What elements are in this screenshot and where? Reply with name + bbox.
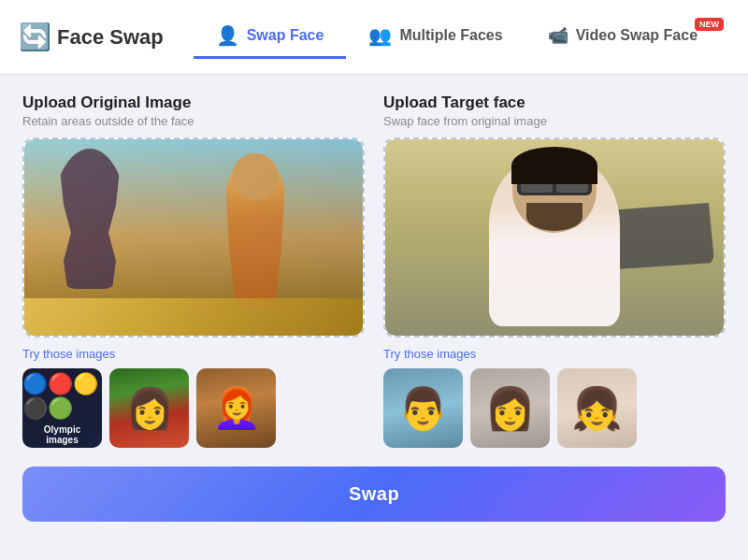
- upload-target-subtitle: Swap face from original image: [383, 114, 726, 128]
- logo-icon: 🔄: [19, 22, 51, 52]
- swap-button[interactable]: Swap: [22, 467, 726, 522]
- upload-target-title: Upload Target face: [383, 93, 726, 112]
- olympic-label: Olympic images: [44, 424, 80, 445]
- video-icon: 📹: [548, 25, 568, 46]
- tab-video-swap-face[interactable]: 📹 Video Swap Face NEW: [525, 16, 727, 58]
- people-icon: 👥: [368, 24, 392, 47]
- main-content: Upload Original Image Retain areas outsi…: [0, 75, 748, 540]
- upload-original-section: Upload Original Image Retain areas outsi…: [22, 93, 365, 448]
- nav-bar: 🔄 Face Swap 👤 Swap Face 👥 Multiple Faces…: [0, 0, 748, 75]
- person-icon: 👤: [216, 24, 239, 47]
- thumb-face-female1[interactable]: 👩: [470, 368, 550, 448]
- thumb-face-male[interactable]: 👨: [383, 368, 463, 448]
- olympic-rings-icon: 🔵🔴🟡⚫🟢: [22, 372, 102, 421]
- two-column-layout: Upload Original Image Retain areas outsi…: [22, 93, 726, 448]
- try-original-label: Try those images: [22, 347, 365, 361]
- original-thumb-row: 🔵🔴🟡⚫🟢 Olympic images 👩 👩‍🦰: [22, 368, 365, 448]
- thumb-face-female2[interactable]: 👧: [557, 368, 637, 448]
- logo-text: Face Swap: [57, 25, 164, 50]
- target-thumb-row: 👨 👩 👧: [383, 368, 726, 448]
- upload-target-section: Upload Target face Swap face from origin…: [383, 93, 726, 448]
- tab-swap-face[interactable]: 👤 Swap Face: [194, 15, 347, 59]
- tab-multiple-faces[interactable]: 👥 Multiple Faces: [346, 15, 525, 59]
- new-badge: NEW: [695, 18, 724, 31]
- thumb-olympic[interactable]: 🔵🔴🟡⚫🟢 Olympic images: [22, 368, 102, 448]
- upload-original-title: Upload Original Image: [22, 93, 365, 112]
- upload-target-box[interactable]: [383, 137, 726, 337]
- tab-multiple-faces-label: Multiple Faces: [399, 27, 502, 44]
- thumb-woman1[interactable]: 👩: [109, 368, 189, 448]
- try-target-label: Try those images: [383, 347, 726, 361]
- tab-swap-face-label: Swap Face: [247, 27, 324, 44]
- upload-original-subtitle: Retain areas outside of the face: [22, 114, 365, 128]
- swap-btn-row: Swap: [22, 467, 726, 522]
- thumb-woman2[interactable]: 👩‍🦰: [196, 368, 276, 448]
- upload-original-box[interactable]: [22, 137, 365, 337]
- nav-tabs: 👤 Swap Face 👥 Multiple Faces 📹 Video Swa…: [192, 15, 729, 59]
- logo: 🔄 Face Swap: [19, 22, 164, 52]
- tab-video-swap-face-label: Video Swap Face: [576, 27, 698, 44]
